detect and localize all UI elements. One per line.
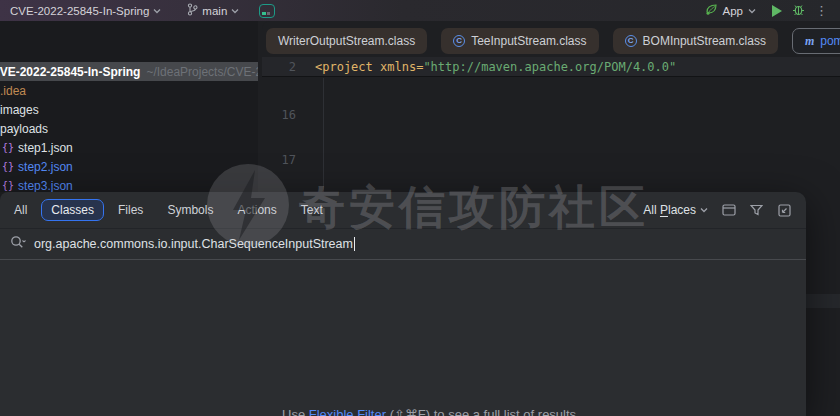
chevron-down-icon: [700, 207, 708, 213]
tab-text[interactable]: Text: [291, 199, 333, 221]
debug-button[interactable]: [792, 3, 805, 18]
scope-selector[interactable]: All Places: [643, 203, 708, 217]
tree-item-images-folder[interactable]: images: [0, 100, 258, 119]
open-in-find-window-icon[interactable]: [721, 203, 736, 218]
tab-actions[interactable]: Actions: [227, 199, 286, 221]
tab-classes[interactable]: Classes: [41, 199, 104, 221]
class-icon: C: [453, 35, 465, 47]
tree-item-idea-folder[interactable]: .idea: [0, 81, 258, 100]
run-button[interactable]: [772, 5, 782, 17]
branch-selector[interactable]: main: [181, 3, 245, 18]
search-results-area[interactable]: [0, 260, 806, 416]
search-hint: Use Flexible Filter (⇧⌘F) to see a full …: [282, 407, 576, 416]
branch-name: main: [202, 5, 227, 17]
ide-window: CVE-2022-25845-In-Spring main: [0, 0, 840, 416]
tree-item-step3-json[interactable]: {} step3.json: [0, 176, 258, 192]
line-number: 2: [262, 60, 296, 74]
filter-icon[interactable]: [749, 203, 764, 218]
console-tool-icon[interactable]: [259, 4, 275, 18]
tab-all[interactable]: All: [4, 199, 37, 221]
title-bar: CVE-2022-25845-In-Spring main: [0, 0, 840, 21]
tree-item-project-root[interactable]: CVE-2022-25845-In-Spring ~/IdeaProjects/…: [0, 62, 258, 81]
json-file-icon: {}: [2, 180, 14, 191]
class-icon: C: [625, 35, 637, 47]
code-line: 17: [262, 151, 840, 168]
spring-boot-icon: [705, 3, 718, 18]
chevron-down-icon: [748, 8, 756, 14]
code-line: 16: [262, 106, 840, 123]
search-everywhere-dialog: All Classes Files Symbols Actions Text A…: [0, 192, 806, 416]
sticky-code-line: 2<project xmlns="http://maven.apache.org…: [262, 57, 840, 77]
search-query-text: org.apache.commons.io.input.CharSequence…: [34, 237, 353, 251]
tree-item-step2-json[interactable]: {} step2.json: [0, 157, 258, 176]
tab-pom-xml[interactable]: m pom.xml (CVE-2022-25845-In-Spring): [792, 28, 840, 54]
project-root-name: CVE-2022-25845-In-Spring: [0, 65, 140, 79]
code-lines: 16 17 18 <properties> 19 <maven.compiler…: [262, 78, 840, 192]
project-root-path: ~/IdeaProjects/CVE-2022-25845-In-Spring: [146, 65, 258, 79]
run-config-name: App: [723, 5, 743, 17]
tab-files[interactable]: Files: [108, 199, 153, 221]
pin-window-icon[interactable]: [777, 203, 792, 218]
text-caret: [354, 237, 355, 251]
project-name: CVE-2022-25845-In-Spring: [10, 5, 149, 17]
more-actions-button[interactable]: ⋮: [815, 4, 828, 17]
git-branch-icon: [187, 3, 198, 18]
search-tabs: All Classes Files Symbols Actions Text A…: [0, 192, 806, 229]
search-icon: [10, 235, 26, 253]
search-input[interactable]: org.apache.commons.io.input.CharSequence…: [0, 229, 806, 260]
tab-bominputstream[interactable]: C BOMInputStream.class: [613, 28, 778, 54]
tree-item-payloads-folder[interactable]: payloads: [0, 119, 258, 138]
chevron-down-icon: [231, 8, 239, 14]
json-file-icon: {}: [2, 142, 14, 153]
json-file-icon: {}: [2, 161, 14, 172]
project-tree-panel: CVE-2022-25845-In-Spring ~/IdeaProjects/…: [0, 21, 258, 192]
tree-item-step1-json[interactable]: {} step1.json: [0, 138, 258, 157]
tab-symbols[interactable]: Symbols: [157, 199, 223, 221]
editor-area[interactable]: WriterOutputStream.class C TeeInputStrea…: [262, 21, 840, 192]
maven-icon: m: [805, 34, 814, 49]
tab-writeroutputstream[interactable]: WriterOutputStream.class: [266, 28, 427, 54]
hint-link[interactable]: Flexible Filter: [309, 407, 386, 416]
run-configuration-selector[interactable]: App: [699, 3, 762, 18]
editor-tab-bar: WriterOutputStream.class C TeeInputStrea…: [262, 28, 840, 54]
project-selector[interactable]: CVE-2022-25845-In-Spring: [4, 5, 167, 17]
tab-teeinputstream[interactable]: C TeeInputStream.class: [441, 28, 598, 54]
chevron-down-icon: [153, 8, 161, 14]
editor-scroll-marker: [806, 294, 840, 308]
